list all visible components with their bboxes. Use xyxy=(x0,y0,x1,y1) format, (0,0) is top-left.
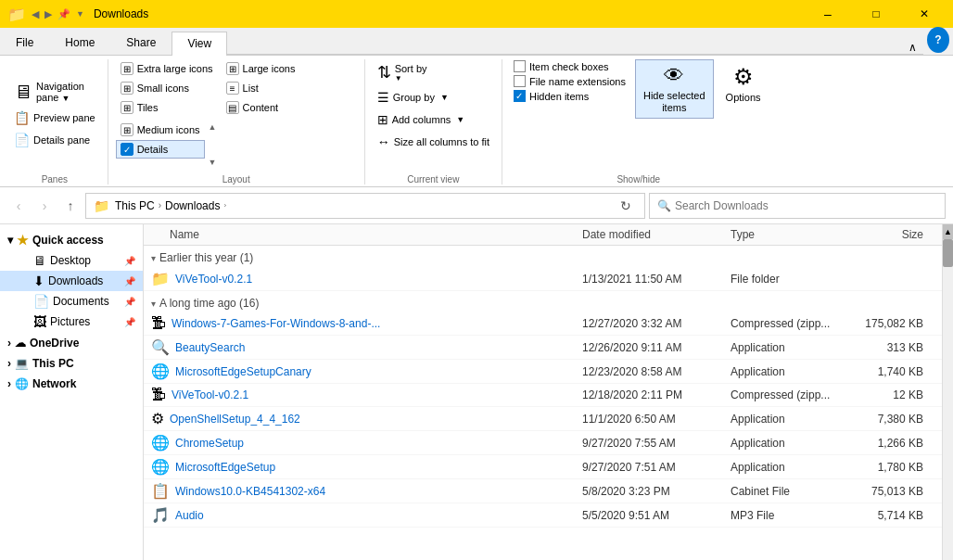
group-long-time-ago[interactable]: ▾ A long time ago (16) xyxy=(144,291,942,312)
sidebar-item-pictures[interactable]: 🖼 Pictures 📌 xyxy=(0,312,143,332)
col-header-date[interactable]: Date modified xyxy=(582,228,731,241)
add-columns-btn[interactable]: ⊞ Add columns ▼ xyxy=(373,109,470,130)
sidebar-item-desktop[interactable]: 🖥 Desktop 📌 xyxy=(0,250,143,271)
options-btn[interactable]: ⚙ Options xyxy=(719,59,768,108)
table-row[interactable]: 🎵 Audio 5/5/2020 9:51 AM MP3 File 5,714 … xyxy=(144,503,942,528)
address-box[interactable]: 📁 This PC › Downloads › ↻ xyxy=(85,193,645,219)
details-pane-btn[interactable]: 📄 Details pane xyxy=(9,130,95,150)
sidebar-item-downloads[interactable]: ⬇ Downloads 📌 xyxy=(0,271,143,291)
large-icons-btn[interactable]: ⊞ Large icons xyxy=(222,59,300,78)
breadcrumb-downloads[interactable]: Downloads xyxy=(163,199,222,212)
file-type: Application xyxy=(731,341,851,354)
hide-selected-icon: 👁 xyxy=(664,64,684,88)
item-check-boxes-toggle[interactable]: Item check boxes xyxy=(510,59,629,73)
file-icon-kb: 📋 xyxy=(151,482,170,500)
downloads-label: Downloads xyxy=(48,274,103,287)
radio-content: ▤ xyxy=(226,101,239,114)
table-row[interactable]: 📋 Windows10.0-KB4541302-x64 5/8/2020 3:2… xyxy=(144,479,942,503)
preview-pane-btn[interactable]: 📋 Preview pane xyxy=(9,108,100,128)
small-icons-btn[interactable]: ⊞ Small icons xyxy=(116,79,218,97)
ribbon-expand-btn[interactable]: ∧ xyxy=(901,41,923,55)
breadcrumb-this-pc[interactable]: This PC xyxy=(113,199,157,212)
size-all-icon: ↔ xyxy=(377,134,390,149)
tab-share[interactable]: Share xyxy=(110,31,172,55)
file-name-extensions-toggle[interactable]: File name extensions xyxy=(510,74,629,88)
tiles-btn[interactable]: ⊞ Tiles xyxy=(116,98,218,117)
address-folder-icon: 📁 xyxy=(94,198,109,213)
content-btn[interactable]: ▤ Content xyxy=(222,98,300,117)
scroll-track[interactable] xyxy=(943,239,953,560)
refresh-btn[interactable]: ↻ xyxy=(615,195,637,217)
scroll-up-btn[interactable]: ▲ xyxy=(943,224,953,239)
maximize-button[interactable]: □ xyxy=(855,0,897,28)
list-btn[interactable]: ≡ List xyxy=(222,79,300,97)
layout-scroll-down[interactable]: ▼ xyxy=(209,158,217,167)
documents-pin: 📌 xyxy=(124,297,135,307)
file-icon-win7games: 🗜 xyxy=(151,315,166,332)
file-type: Application xyxy=(731,413,851,426)
up-btn[interactable]: ↑ xyxy=(59,195,82,217)
minimize-button[interactable]: – xyxy=(807,0,849,28)
onedrive-section: › ☁ OneDrive xyxy=(0,334,143,352)
scroll-thumb[interactable] xyxy=(943,239,953,267)
this-pc-header[interactable]: › 💻 This PC xyxy=(0,354,143,373)
details-btn[interactable]: ✓ Details xyxy=(116,140,205,159)
ribbon-group-show-hide: Item check boxes File name extensions ✓ … xyxy=(502,59,775,185)
hidden-items-toggle[interactable]: ✓ Hidden items xyxy=(510,89,629,103)
file-icon-vivetool-folder: 📁 xyxy=(151,270,170,287)
table-row[interactable]: 🌐 MicrosoftEdgeSetupCanary 12/23/2020 8:… xyxy=(144,360,942,384)
table-row[interactable]: 🌐 MicrosoftEdgeSetup 9/27/2020 7:51 AM A… xyxy=(144,455,942,479)
tab-view[interactable]: View xyxy=(172,32,227,56)
col-header-size[interactable]: Size xyxy=(851,228,934,241)
file-size: 1,780 KB xyxy=(851,461,934,474)
hide-selected-btn[interactable]: 👁 Hide selecteditems xyxy=(635,59,714,119)
sort-by-btn[interactable]: ⇅ Sort by ▼ xyxy=(373,59,432,85)
table-row[interactable]: 🗜 Windows-7-Games-For-Windows-8-and-... … xyxy=(144,312,942,336)
help-btn[interactable]: ? xyxy=(927,27,949,53)
search-input[interactable] xyxy=(675,199,937,212)
close-button[interactable]: ✕ xyxy=(903,0,946,28)
hidden-items-checkbox[interactable]: ✓ xyxy=(514,90,526,102)
file-size: 1,740 KB xyxy=(851,365,934,378)
medium-icons-btn[interactable]: ⊞ Medium icons xyxy=(116,121,205,139)
item-check-boxes-checkbox[interactable] xyxy=(514,60,526,72)
search-box[interactable]: 🔍 xyxy=(649,193,946,219)
layout-scroll-up[interactable]: ▲ xyxy=(209,122,217,132)
file-name: ViVeTool-v0.2.1 xyxy=(172,388,582,401)
scrollbar[interactable]: ▲ ▼ xyxy=(942,224,953,560)
show-hide-label: Show/hide xyxy=(510,171,768,185)
extra-large-icons-btn[interactable]: ⊞ Extra large icons xyxy=(116,59,218,78)
network-header[interactable]: › 🌐 Network xyxy=(0,375,143,393)
file-name-ext-checkbox[interactable] xyxy=(514,75,526,87)
group-icon: ☰ xyxy=(377,90,389,105)
table-row[interactable]: 📁 ViVeTool-v0.2.1 1/13/2021 11:50 AM Fil… xyxy=(144,267,942,291)
size-all-btn[interactable]: ↔ Size all columns to fit xyxy=(373,132,494,152)
tab-file[interactable]: File xyxy=(0,31,49,55)
navigation-pane-btn[interactable]: 🖥 Navigation pane ▼ xyxy=(9,78,89,106)
col-header-name[interactable]: Name xyxy=(151,228,582,241)
back-btn[interactable]: ‹ xyxy=(7,195,30,217)
onedrive-header[interactable]: › ☁ OneDrive xyxy=(0,334,143,352)
table-row[interactable]: ⚙ OpenShellSetup_4_4_162 11/1/2020 6:50 … xyxy=(144,407,942,431)
file-icon-vivetool-zip: 🗜 xyxy=(151,387,166,403)
table-row[interactable]: 🌐 ChromeSetup 9/27/2020 7:55 AM Applicat… xyxy=(144,431,942,455)
this-pc-icon: 💻 xyxy=(15,357,29,370)
this-pc-arrow: › xyxy=(7,357,11,370)
forward-btn[interactable]: › xyxy=(33,195,56,217)
network-arrow: › xyxy=(7,377,11,390)
table-row[interactable]: 🗜 ViVeTool-v0.2.1 12/18/2020 2:11 PM Com… xyxy=(144,384,942,407)
file-name: MicrosoftEdgeSetup xyxy=(175,461,582,474)
filelist-header: Name Date modified Type Size xyxy=(144,224,942,246)
group-earlier-this-year[interactable]: ▾ Earlier this year (1) xyxy=(144,246,942,267)
col-header-type[interactable]: Type xyxy=(731,228,851,241)
sidebar-item-documents[interactable]: 📄 Documents 📌 xyxy=(0,291,143,312)
panes-label: Panes xyxy=(9,171,100,185)
file-size: 75,013 KB xyxy=(851,485,934,498)
pictures-label: Pictures xyxy=(50,315,90,328)
filelist: Name Date modified Type Size ▾ Earlier t… xyxy=(144,224,942,560)
table-row[interactable]: 🔍 BeautySearch 12/26/2020 9:11 AM Applic… xyxy=(144,336,942,360)
tab-home[interactable]: Home xyxy=(49,31,110,55)
file-date: 9/27/2020 7:51 AM xyxy=(582,461,731,474)
quick-access-header[interactable]: ▾ ★ Quick access xyxy=(0,230,143,250)
group-by-btn[interactable]: ☰ Group by ▼ xyxy=(373,87,453,108)
